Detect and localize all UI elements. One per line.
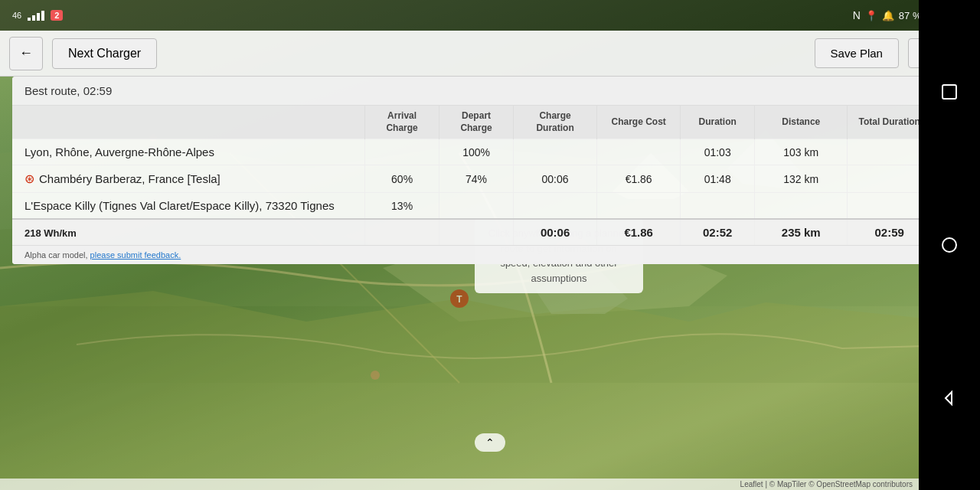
cell-charge-cost — [597, 193, 681, 220]
cell-arrival-charge: 13% — [365, 193, 439, 220]
cell-distance: 103 km — [755, 139, 848, 165]
cell-distance — [755, 193, 848, 220]
cell-arrival-charge — [365, 139, 439, 165]
totals-depart — [439, 219, 514, 245]
cell-charge-duration — [514, 139, 597, 165]
android-home-button[interactable] — [937, 233, 962, 257]
alpha-note-text: Alpha car model, — [24, 250, 88, 260]
cell-charge-duration — [514, 193, 597, 220]
tesla-charger-icon: ⊛ — [24, 172, 34, 185]
totals-charge-cost: €1.86 — [597, 219, 681, 245]
next-charger-button[interactable]: Next Charger — [52, 38, 157, 69]
cell-distance: 132 km — [755, 165, 848, 193]
cell-depart-charge: 100% — [439, 139, 514, 165]
nfc-icon: N — [853, 9, 861, 21]
col-header-duration: Duration — [681, 106, 755, 139]
cell-charge-duration: 00:06 — [514, 165, 597, 193]
location-name-text: Lyon, Rhône, Auvergne-Rhône-Alpes — [24, 145, 214, 158]
back-button[interactable]: ← — [9, 37, 43, 70]
svg-marker-14 — [946, 392, 952, 404]
alarm-icon: 🔔 — [882, 10, 894, 21]
totals-charge-duration: 00:06 — [514, 219, 597, 245]
notification-badge: 2 — [51, 10, 63, 21]
signal-bar-3 — [37, 13, 40, 21]
panel-header: Best route, 02:59 — [12, 77, 931, 106]
cell-location: ⊛Chambéry Barberaz, France [Tesla] — [12, 165, 365, 193]
save-plan-button[interactable]: Save Plan — [815, 38, 899, 68]
signal-bar-4 — [41, 11, 44, 21]
svg-rect-12 — [942, 85, 956, 99]
table-row: ⊛Chambéry Barberaz, France [Tesla]60%74%… — [12, 165, 931, 193]
svg-point-5 — [371, 371, 380, 380]
col-header-charge-cost: Charge Cost — [597, 106, 681, 139]
signal-bar-2 — [32, 15, 35, 21]
totals-arrival — [365, 219, 439, 245]
col-header-location — [12, 106, 365, 139]
svg-text:T: T — [456, 294, 462, 305]
cell-location: Lyon, Rhône, Auvergne-Rhône-Alpes — [12, 139, 365, 165]
col-header-depart: Depart Charge — [439, 106, 514, 139]
signal-bars — [28, 11, 44, 21]
location-icon: 📍 — [865, 10, 877, 21]
android-square-button[interactable] — [937, 80, 962, 104]
cell-duration — [681, 193, 755, 220]
table-row: L'Espace Killy (Tignes Val Claret/Espace… — [12, 193, 931, 220]
totals-distance: 235 km — [755, 219, 848, 245]
status-left: 46 2 — [12, 10, 63, 21]
route-panel: Best route, 02:59 Arrival Charge Depart … — [12, 77, 931, 264]
cell-depart-charge: 74% — [439, 165, 514, 193]
feedback-link[interactable]: please submit feedback. — [90, 250, 181, 260]
cell-charge-cost: €1.86 — [597, 165, 681, 193]
totals-duration: 02:52 — [681, 219, 755, 245]
table-header-row: Arrival Charge Depart Charge Charge Dura… — [12, 106, 931, 139]
totals-row: 218 Wh/km 00:06 €1.86 02:52 235 km 02:59 — [12, 219, 931, 245]
android-back-button[interactable] — [937, 386, 962, 410]
col-header-arrival: Arrival Charge — [365, 106, 439, 139]
alpha-note: Alpha car model, please submit feedback. — [12, 245, 931, 264]
svg-marker-3 — [0, 291, 980, 490]
route-table: Arrival Charge Depart Charge Charge Dura… — [12, 106, 931, 245]
cell-charge-cost — [597, 139, 681, 165]
android-nav-bar — [919, 0, 980, 490]
svg-point-13 — [942, 238, 956, 252]
cell-arrival-charge: 60% — [365, 165, 439, 193]
map-attribution: Leaflet | © MapTiler © OpenStreetMap con… — [0, 479, 919, 490]
cell-duration: 01:48 — [681, 165, 755, 193]
col-header-charge-dur: Charge Duration — [514, 106, 597, 139]
status-bar: 46 2 N 📍 🔔 87 % 🔋 11:26 — [0, 0, 980, 31]
cell-depart-charge — [439, 193, 514, 220]
cell-location: L'Espace Killy (Tignes Val Claret/Espace… — [12, 193, 365, 220]
best-route-label: Best route, 02:59 — [24, 84, 112, 97]
location-name-text: Chambéry Barberaz, France [Tesla] — [39, 172, 220, 185]
attribution-text: Leaflet | © MapTiler © OpenStreetMap con… — [740, 480, 913, 488]
table-row: Lyon, Rhône, Auvergne-Rhône-Alpes100%01:… — [12, 139, 931, 165]
signal-strength: 46 — [12, 11, 21, 20]
map-collapse-button[interactable]: ⌃ — [475, 433, 505, 452]
totals-label: 218 Wh/km — [12, 219, 365, 245]
col-header-distance: Distance — [755, 106, 848, 139]
efficiency-value: 218 Wh/km — [24, 227, 77, 239]
cell-duration: 01:03 — [681, 139, 755, 165]
battery-percent: 87 % — [899, 10, 922, 21]
signal-bar-1 — [28, 18, 31, 21]
toolbar: ← Next Charger Save Plan Share — [0, 31, 980, 77]
location-name-text: L'Espace Killy (Tignes Val Claret/Espace… — [24, 199, 335, 212]
